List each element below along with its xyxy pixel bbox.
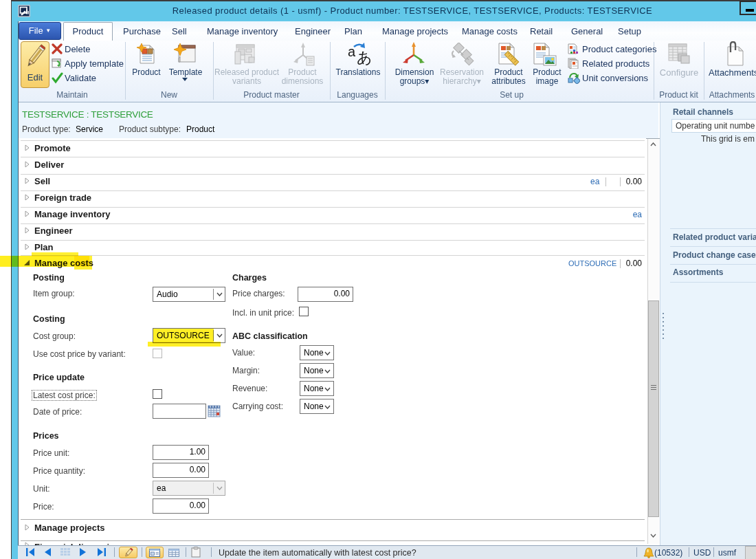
svg-text:あ: あ <box>357 49 372 65</box>
